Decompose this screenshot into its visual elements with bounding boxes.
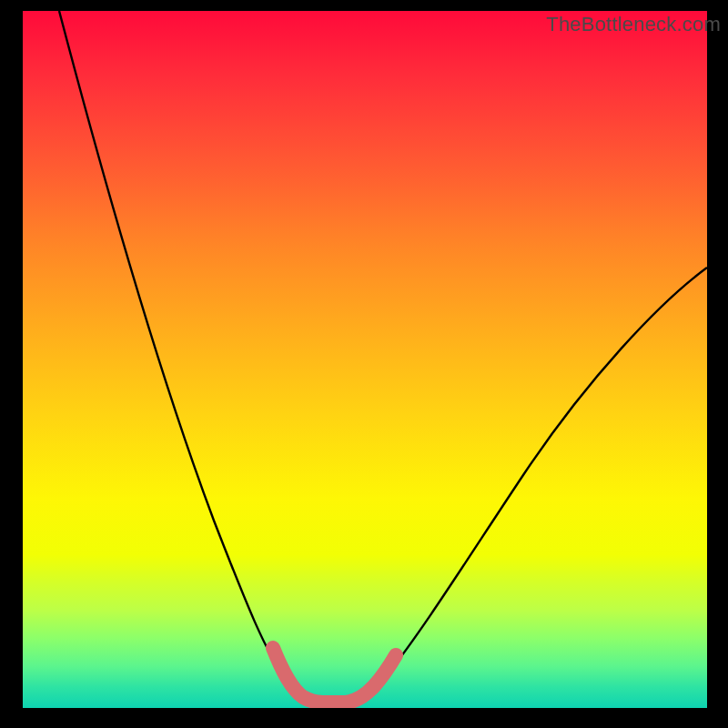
optimal-range-path	[273, 648, 396, 703]
curve-path	[59, 11, 707, 701]
plot-frame	[23, 11, 707, 708]
watermark-text: TheBottleneck.com	[546, 13, 721, 36]
bottleneck-curve-svg	[23, 11, 707, 708]
